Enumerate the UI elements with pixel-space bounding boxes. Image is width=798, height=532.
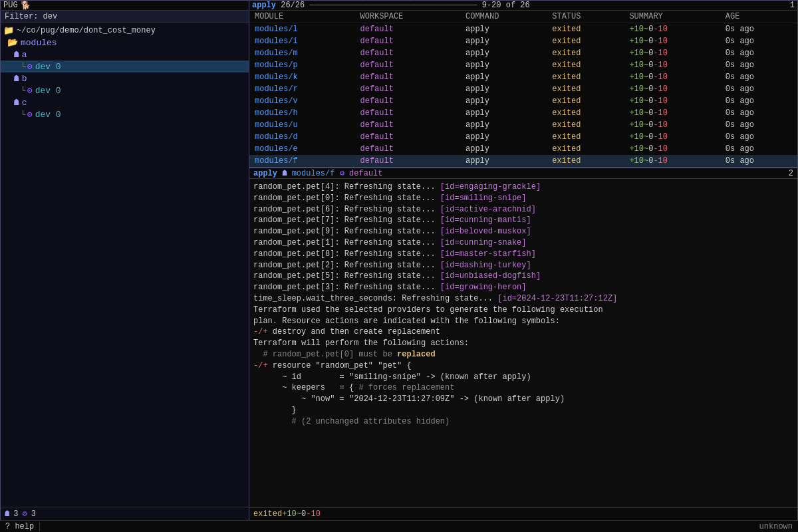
group-b-icon: ☗ — [14, 73, 19, 84]
cell-workspace: default — [355, 35, 461, 47]
log-line: random_pet.pet[7]: Refreshing state... [… — [253, 215, 793, 226]
table-row[interactable]: modules/fdefaultapplyexited+10~0-100s ag… — [249, 155, 797, 167]
cell-status: exited — [547, 107, 624, 119]
cell-command: apply — [460, 95, 547, 107]
tree-item-dev0-a[interactable]: └ ⚙ dev 0 — [1, 61, 249, 72]
log-line: Terraform used the selected providers to… — [253, 305, 793, 316]
log-workspace-label: default — [349, 169, 382, 178]
table-row[interactable]: modules/udefaultapplyexited+10~0-100s ag… — [249, 119, 797, 131]
tree-area[interactable]: 📁 ~/co/pug/demo/dont_cost_money 📂 module… — [1, 23, 249, 507]
cell-module: modules/p — [249, 59, 355, 71]
tree-connector-b: └ — [21, 86, 26, 96]
cell-module: modules/h — [249, 107, 355, 119]
b-label: b — [22, 74, 27, 84]
cell-workspace: default — [355, 71, 461, 83]
unknown-label: unknown — [759, 522, 793, 531]
cell-age: 0s ago — [720, 95, 797, 107]
cell-status: exited — [547, 119, 624, 131]
table-row[interactable]: modules/mdefaultapplyexited+10~0-100s ag… — [249, 47, 797, 59]
log-line: -/+ resource "random_pet" "pet" { — [253, 360, 793, 372]
left-panel-title: PUG 🐕 — [0, 0, 249, 10]
cell-summary: +10~0-10 — [624, 155, 720, 167]
cell-status: exited — [547, 71, 624, 83]
right-panel-title: apply 26/26 ────────────────────────────… — [249, 0, 798, 10]
cell-summary: +10~0-10 — [624, 23, 720, 36]
cell-status: exited — [547, 23, 624, 36]
table-container[interactable]: MODULE WORKSPACE COMMAND STATUS SUMMARY … — [249, 11, 797, 167]
log-line: ~ "now" = "2024-12-23T11:27:09Z" -> (kno… — [253, 394, 793, 405]
cell-workspace: default — [355, 59, 461, 71]
cell-command: apply — [460, 155, 547, 167]
cell-workspace: default — [355, 155, 461, 167]
cell-module: modules/e — [249, 143, 355, 155]
range-text: 9-20 of 26 — [482, 1, 530, 10]
tree-connector-c: └ — [21, 110, 26, 120]
cell-command: apply — [460, 83, 547, 95]
tree-item-b[interactable]: ☗ b — [1, 72, 249, 84]
table-row[interactable]: modules/pdefaultapplyexited+10~0-100s ag… — [249, 59, 797, 71]
group-a-icon: ☗ — [14, 49, 19, 60]
folder-icon: 📁 — [3, 25, 14, 36]
tree-item-a[interactable]: ☗ a — [1, 49, 249, 61]
table-row[interactable]: modules/vdefaultapplyexited+10~0-100s ag… — [249, 95, 797, 107]
cell-age: 0s ago — [720, 107, 797, 119]
tree-item-dev0-b[interactable]: └ ⚙ dev 0 — [1, 84, 249, 96]
log-line: time_sleep.wait_three_seconds: Refreshin… — [253, 293, 793, 305]
cell-summary: +10~0-10 — [624, 83, 720, 95]
table-row[interactable]: modules/ddefaultapplyexited+10~0-100s ag… — [249, 131, 797, 143]
cell-age: 0s ago — [720, 47, 797, 59]
table-row[interactable]: modules/edefaultapplyexited+10~0-100s ag… — [249, 143, 797, 155]
a-label: a — [22, 50, 27, 60]
log-line: random_pet.pet[8]: Refreshing state... [… — [253, 249, 793, 260]
main-content: Filter: dev 📁 ~/co/pug/demo/dont_cost_mo… — [0, 11, 798, 520]
group-count: 3 — [13, 509, 18, 519]
log-panel: apply ☗ modules/f ⚙ default 2 random_pet… — [249, 168, 797, 507]
footer-summary-mid: 0 — [301, 509, 306, 519]
log-line: random_pet.pet[5]: Refreshing state... [… — [253, 271, 793, 282]
cell-command: apply — [460, 35, 547, 47]
cell-age: 0s ago — [720, 131, 797, 143]
log-line: random_pet.pet[9]: Refreshing state... [… — [253, 226, 793, 237]
cell-summary: +10~0-10 — [624, 59, 720, 71]
tree-item-c[interactable]: ☗ c — [1, 96, 249, 108]
cell-workspace: default — [355, 95, 461, 107]
table-row[interactable]: modules/kdefaultapplyexited+10~0-100s ag… — [249, 71, 797, 83]
table-row[interactable]: modules/rdefaultapplyexited+10~0-100s ag… — [249, 83, 797, 95]
tree-item-dev0-c[interactable]: └ ⚙ dev 0 — [1, 108, 249, 120]
log-module-label: modules/f — [292, 169, 335, 178]
separator1: ─────────────────────────────────── — [309, 1, 481, 10]
cell-age: 0s ago — [720, 119, 797, 131]
log-apply-label: apply — [253, 169, 277, 178]
dev0-c-label: dev 0 — [35, 110, 61, 120]
cell-status: exited — [547, 59, 624, 71]
apply-label: apply — [252, 1, 276, 10]
cell-age: 0s ago — [720, 83, 797, 95]
help-section[interactable]: ? help — [0, 522, 40, 531]
footer-summary-neg: -10 — [306, 509, 321, 519]
dev0-a-label: dev 0 — [35, 62, 61, 72]
cell-status: exited — [547, 83, 624, 95]
workspace-icon-footer: ⚙ — [22, 509, 27, 519]
cell-status: exited — [547, 35, 624, 47]
table-header-row: MODULE WORKSPACE COMMAND STATUS SUMMARY … — [249, 11, 797, 23]
table-row[interactable]: modules/idefaultapplyexited+10~0-100s ag… — [249, 35, 797, 47]
tree-item-modules[interactable]: 📂 modules — [1, 37, 249, 49]
table-row[interactable]: modules/hdefaultapplyexited+10~0-100s ag… — [249, 107, 797, 119]
cell-workspace: default — [355, 131, 461, 143]
cell-module: modules/k — [249, 71, 355, 83]
cell-workspace: default — [355, 107, 461, 119]
right-panel: MODULE WORKSPACE COMMAND STATUS SUMMARY … — [249, 11, 798, 520]
cell-status: exited — [547, 143, 624, 155]
log-line: random_pet.pet[6]: Refreshing state... [… — [253, 204, 793, 215]
cell-status: exited — [547, 155, 624, 167]
cell-command: apply — [460, 23, 547, 36]
log-line: } — [253, 405, 793, 416]
modules-label: modules — [21, 38, 57, 48]
help-label[interactable]: ? help — [5, 522, 34, 531]
table-row[interactable]: modules/ldefaultapplyexited+10~0-100s ag… — [249, 23, 797, 36]
log-content[interactable]: random_pet.pet[4]: Refreshing state... [… — [249, 179, 797, 507]
filter-bar: Filter: dev — [1, 11, 249, 23]
panel-number-right: 1 — [790, 1, 795, 10]
cell-command: apply — [460, 143, 547, 155]
left-panel: Filter: dev 📁 ~/co/pug/demo/dont_cost_mo… — [0, 11, 249, 520]
